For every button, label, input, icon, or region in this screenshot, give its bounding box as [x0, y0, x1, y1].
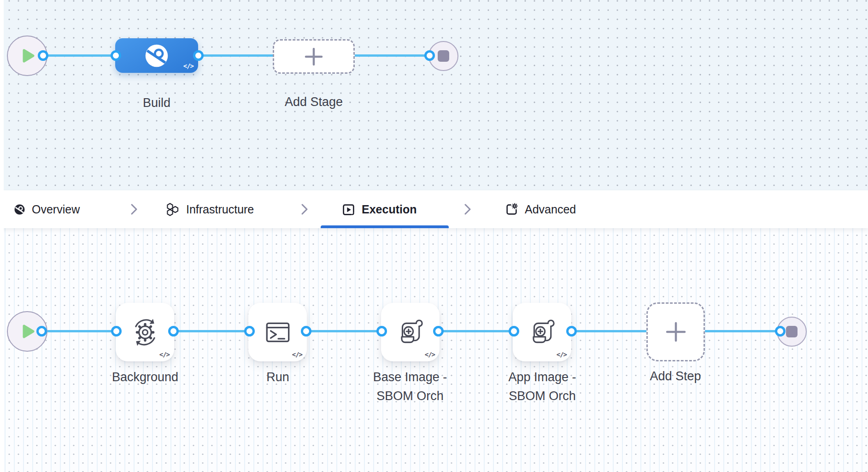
- port[interactable]: [193, 50, 204, 61]
- port[interactable]: [775, 326, 786, 336]
- port[interactable]: [433, 326, 444, 336]
- tab-label: Execution: [362, 203, 416, 216]
- stage-config-tabbar: Overview Infrastructure: [0, 190, 868, 228]
- port[interactable]: [36, 326, 47, 336]
- step-node-background[interactable]: </>: [116, 303, 174, 361]
- chevron-right-icon: [299, 202, 311, 216]
- stage-canvas[interactable]: </> Build Add Stage: [0, 0, 868, 190]
- port[interactable]: [38, 50, 48, 61]
- step-label-line1: App Image -: [478, 368, 607, 387]
- chevron-right-icon: [462, 202, 474, 216]
- edge: [438, 330, 514, 332]
- ci-build-icon: [144, 43, 170, 69]
- edge: [306, 330, 382, 332]
- left-gutter: [0, 0, 4, 472]
- add-step-node[interactable]: [646, 302, 705, 361]
- step-label: Background: [81, 368, 210, 387]
- step-node-app-image-sbom[interactable]: </>: [513, 303, 571, 361]
- stop-icon: [438, 50, 449, 62]
- edge: [571, 330, 647, 332]
- step-label-line1: Background: [81, 368, 210, 387]
- port[interactable]: [244, 326, 255, 336]
- step-label-line2: SBOM Orch: [346, 387, 475, 406]
- execution-canvas[interactable]: </> </>: [0, 228, 868, 472]
- edge: [173, 330, 249, 332]
- stop-icon: [786, 326, 798, 337]
- port[interactable]: [376, 326, 387, 336]
- step-label-line2: SBOM Orch: [478, 387, 607, 406]
- scroll-plus-icon: [395, 317, 426, 348]
- port[interactable]: [111, 50, 121, 61]
- edge-addstage-to-end: [354, 54, 431, 57]
- step-label: Run: [213, 368, 342, 387]
- port[interactable]: [111, 326, 122, 336]
- step-node-run[interactable]: </>: [248, 303, 307, 361]
- code-badge: </>: [292, 351, 302, 358]
- tab-label: Infrastructure: [186, 203, 254, 216]
- port[interactable]: [168, 326, 179, 336]
- stage-label: Build: [92, 94, 221, 112]
- step-node-base-image-sbom[interactable]: </>: [381, 303, 440, 361]
- port[interactable]: [424, 50, 435, 61]
- tab-overview[interactable]: Overview: [14, 190, 80, 228]
- code-badge: </>: [425, 351, 435, 358]
- gear-sync-icon: [129, 317, 161, 348]
- step-label-line1: Base Image -: [346, 368, 475, 387]
- plus-icon: [305, 47, 323, 66]
- edge: [41, 330, 117, 332]
- edge: [704, 330, 780, 332]
- play-square-icon: [342, 203, 355, 216]
- add-step-label: Add Step: [611, 367, 740, 386]
- play-icon: [23, 49, 35, 63]
- pipeline-studio-screen: </> Build Add Stage Overview: [0, 0, 868, 472]
- tab-label: Advanced: [525, 203, 576, 216]
- step-label-line1: Run: [213, 368, 342, 387]
- code-badge: </>: [159, 351, 170, 358]
- plus-icon: [665, 321, 686, 342]
- add-stage-node[interactable]: [273, 39, 355, 74]
- tab-advanced[interactable]: Advanced: [505, 190, 576, 228]
- add-stage-label: Add Stage: [249, 93, 378, 112]
- step-label: App Image - SBOM Orch: [478, 368, 607, 406]
- gear-square-icon: [505, 203, 518, 216]
- port[interactable]: [566, 326, 577, 336]
- terminal-icon: [263, 317, 293, 348]
- play-icon: [23, 324, 35, 338]
- code-badge: </>: [557, 351, 567, 358]
- code-badge: </>: [183, 62, 194, 70]
- ci-overview-icon: [14, 204, 25, 215]
- port[interactable]: [301, 326, 311, 336]
- build-stage-node[interactable]: </>: [115, 38, 198, 73]
- chevron-right-icon: [128, 202, 140, 216]
- tab-execution[interactable]: Execution: [342, 190, 416, 228]
- active-tab-indicator: [321, 225, 449, 228]
- tab-label: Overview: [32, 203, 80, 216]
- step-label: Base Image - SBOM Orch: [346, 368, 475, 406]
- hexagons-icon: [166, 202, 180, 216]
- edge-start-to-build: [43, 54, 117, 57]
- edge-build-to-addstage: [198, 54, 274, 57]
- scroll-plus-icon: [527, 317, 557, 348]
- port[interactable]: [509, 326, 519, 336]
- tab-infrastructure[interactable]: Infrastructure: [166, 190, 254, 228]
